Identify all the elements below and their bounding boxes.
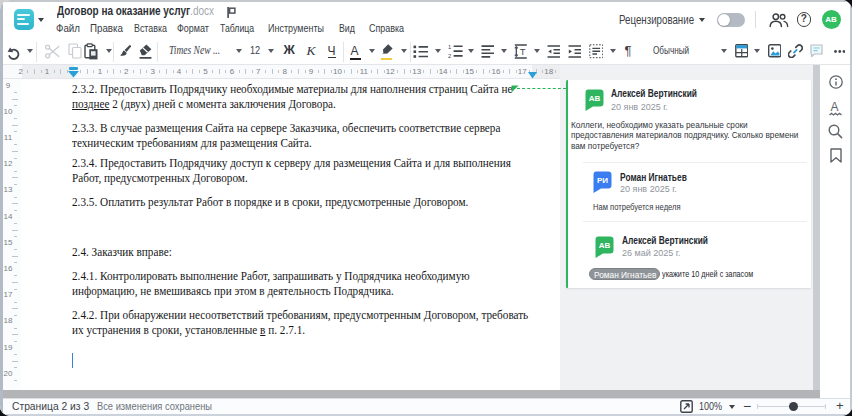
- svg-text:2: 2: [448, 53, 451, 58]
- svg-text:T: T: [519, 46, 525, 57]
- svg-text:АВ: АВ: [589, 94, 601, 103]
- svg-text:А: А: [830, 100, 838, 114]
- svg-text:РИ: РИ: [597, 177, 608, 186]
- svg-text:АВ: АВ: [599, 241, 611, 250]
- svg-text:1: 1: [448, 44, 451, 50]
